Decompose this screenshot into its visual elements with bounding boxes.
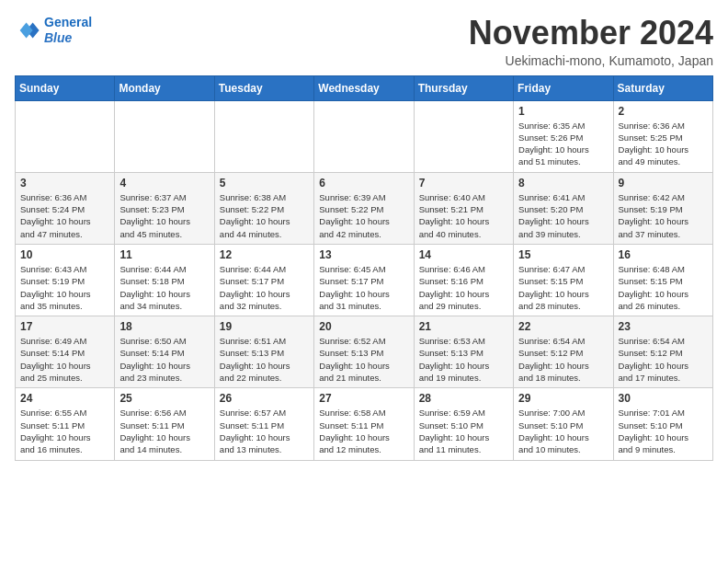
calendar-cell: 17Sunrise: 6:49 AM Sunset: 5:14 PM Dayli… — [16, 316, 115, 388]
calendar-cell: 22Sunrise: 6:54 AM Sunset: 5:12 PM Dayli… — [514, 316, 613, 388]
calendar-table: SundayMondayTuesdayWednesdayThursdayFrid… — [15, 75, 713, 461]
day-of-week-header: Sunday — [16, 75, 115, 100]
day-number: 23 — [619, 320, 709, 333]
day-info: Sunrise: 6:59 AM Sunset: 5:10 PM Dayligh… — [419, 407, 509, 455]
day-info: Sunrise: 6:51 AM Sunset: 5:13 PM Dayligh… — [220, 335, 310, 384]
day-of-week-header: Saturday — [613, 75, 712, 100]
day-number: 15 — [518, 248, 609, 261]
day-number: 30 — [619, 392, 709, 405]
calendar-cell: 18Sunrise: 6:50 AM Sunset: 5:14 PM Dayli… — [115, 316, 214, 388]
calendar-week-row: 3Sunrise: 6:36 AM Sunset: 5:24 PM Daylig… — [16, 172, 713, 244]
day-number: 9 — [619, 177, 709, 190]
calendar-cell — [214, 100, 313, 172]
day-number: 19 — [220, 320, 310, 333]
calendar-cell: 9Sunrise: 6:42 AM Sunset: 5:19 PM Daylig… — [613, 172, 712, 244]
day-info: Sunrise: 6:50 AM Sunset: 5:14 PM Dayligh… — [119, 335, 210, 384]
calendar-cell: 20Sunrise: 6:52 AM Sunset: 5:13 PM Dayli… — [314, 316, 414, 388]
day-number: 18 — [119, 320, 210, 333]
day-info: Sunrise: 6:35 AM Sunset: 5:26 PM Dayligh… — [518, 120, 609, 168]
calendar-cell: 23Sunrise: 6:54 AM Sunset: 5:12 PM Dayli… — [613, 316, 712, 388]
calendar-cell: 2Sunrise: 6:36 AM Sunset: 5:25 PM Daylig… — [613, 100, 712, 172]
day-number: 25 — [119, 392, 210, 405]
day-number: 14 — [419, 248, 509, 261]
day-number: 11 — [119, 248, 210, 261]
calendar-cell — [314, 100, 414, 172]
day-of-week-header: Friday — [514, 75, 613, 100]
calendar-week-row: 24Sunrise: 6:55 AM Sunset: 5:11 PM Dayli… — [16, 388, 713, 460]
day-number: 28 — [419, 392, 509, 405]
day-number: 8 — [518, 177, 609, 190]
day-of-week-header: Monday — [115, 75, 214, 100]
calendar-cell: 4Sunrise: 6:37 AM Sunset: 5:23 PM Daylig… — [115, 172, 214, 244]
day-number: 20 — [319, 320, 409, 333]
day-info: Sunrise: 6:47 AM Sunset: 5:15 PM Dayligh… — [518, 263, 609, 312]
logo-line2: Blue — [44, 30, 72, 45]
day-number: 21 — [419, 320, 509, 333]
logo: General Blue — [15, 15, 92, 46]
calendar-cell: 21Sunrise: 6:53 AM Sunset: 5:13 PM Dayli… — [414, 316, 513, 388]
calendar-cell — [16, 100, 115, 172]
calendar-week-row: 1Sunrise: 6:35 AM Sunset: 5:26 PM Daylig… — [16, 100, 713, 172]
day-info: Sunrise: 6:57 AM Sunset: 5:11 PM Dayligh… — [220, 407, 310, 455]
calendar-cell: 27Sunrise: 6:58 AM Sunset: 5:11 PM Dayli… — [314, 388, 414, 460]
calendar-cell: 30Sunrise: 7:01 AM Sunset: 5:10 PM Dayli… — [613, 388, 712, 460]
day-of-week-header: Thursday — [414, 75, 513, 100]
day-number: 24 — [20, 392, 110, 405]
day-info: Sunrise: 6:44 AM Sunset: 5:18 PM Dayligh… — [119, 263, 210, 312]
calendar-cell: 11Sunrise: 6:44 AM Sunset: 5:18 PM Dayli… — [115, 244, 214, 316]
calendar-cell: 15Sunrise: 6:47 AM Sunset: 5:15 PM Dayli… — [514, 244, 613, 316]
day-info: Sunrise: 6:36 AM Sunset: 5:24 PM Dayligh… — [20, 191, 110, 240]
day-number: 22 — [518, 320, 609, 333]
logo-text: General Blue — [44, 15, 92, 46]
day-info: Sunrise: 6:46 AM Sunset: 5:16 PM Dayligh… — [419, 263, 509, 312]
calendar-cell: 25Sunrise: 6:56 AM Sunset: 5:11 PM Dayli… — [115, 388, 214, 460]
title-block: November 2024 Uekimachi-mono, Kumamoto, … — [469, 15, 713, 68]
month-title: November 2024 — [469, 15, 713, 52]
calendar-cell: 8Sunrise: 6:41 AM Sunset: 5:20 PM Daylig… — [514, 172, 613, 244]
day-number: 2 — [619, 105, 709, 118]
location-subtitle: Uekimachi-mono, Kumamoto, Japan — [469, 53, 713, 68]
calendar-cell: 5Sunrise: 6:38 AM Sunset: 5:22 PM Daylig… — [214, 172, 313, 244]
day-info: Sunrise: 6:41 AM Sunset: 5:20 PM Dayligh… — [518, 191, 609, 240]
calendar-cell: 13Sunrise: 6:45 AM Sunset: 5:17 PM Dayli… — [314, 244, 414, 316]
calendar-cell: 7Sunrise: 6:40 AM Sunset: 5:21 PM Daylig… — [414, 172, 513, 244]
day-info: Sunrise: 6:53 AM Sunset: 5:13 PM Dayligh… — [419, 335, 509, 384]
day-info: Sunrise: 6:39 AM Sunset: 5:22 PM Dayligh… — [319, 191, 409, 240]
day-info: Sunrise: 6:37 AM Sunset: 5:23 PM Dayligh… — [119, 191, 210, 240]
day-number: 26 — [220, 392, 310, 405]
calendar-week-row: 10Sunrise: 6:43 AM Sunset: 5:19 PM Dayli… — [16, 244, 713, 316]
day-number: 27 — [319, 392, 409, 405]
day-info: Sunrise: 6:36 AM Sunset: 5:25 PM Dayligh… — [619, 120, 709, 168]
day-info: Sunrise: 6:44 AM Sunset: 5:17 PM Dayligh… — [220, 263, 310, 312]
calendar-cell: 10Sunrise: 6:43 AM Sunset: 5:19 PM Dayli… — [16, 244, 115, 316]
day-info: Sunrise: 6:54 AM Sunset: 5:12 PM Dayligh… — [518, 335, 609, 384]
day-info: Sunrise: 6:45 AM Sunset: 5:17 PM Dayligh… — [319, 263, 409, 312]
day-info: Sunrise: 6:43 AM Sunset: 5:19 PM Dayligh… — [20, 263, 110, 312]
day-info: Sunrise: 6:49 AM Sunset: 5:14 PM Dayligh… — [20, 335, 110, 384]
day-number: 3 — [20, 177, 110, 190]
logo-line1: General — [44, 15, 92, 29]
calendar-cell: 16Sunrise: 6:48 AM Sunset: 5:15 PM Dayli… — [613, 244, 712, 316]
calendar-cell: 29Sunrise: 7:00 AM Sunset: 5:10 PM Dayli… — [514, 388, 613, 460]
day-number: 7 — [419, 177, 509, 190]
calendar-cell: 6Sunrise: 6:39 AM Sunset: 5:22 PM Daylig… — [314, 172, 414, 244]
day-info: Sunrise: 6:40 AM Sunset: 5:21 PM Dayligh… — [419, 191, 509, 240]
day-info: Sunrise: 7:01 AM Sunset: 5:10 PM Dayligh… — [619, 407, 709, 455]
day-info: Sunrise: 6:52 AM Sunset: 5:13 PM Dayligh… — [319, 335, 409, 384]
calendar-cell: 28Sunrise: 6:59 AM Sunset: 5:10 PM Dayli… — [414, 388, 513, 460]
day-info: Sunrise: 7:00 AM Sunset: 5:10 PM Dayligh… — [518, 407, 609, 455]
day-info: Sunrise: 6:55 AM Sunset: 5:11 PM Dayligh… — [20, 407, 110, 455]
logo-icon — [15, 17, 40, 43]
day-info: Sunrise: 6:38 AM Sunset: 5:22 PM Dayligh… — [220, 191, 310, 240]
day-number: 12 — [220, 248, 310, 261]
calendar-cell: 1Sunrise: 6:35 AM Sunset: 5:26 PM Daylig… — [514, 100, 613, 172]
day-of-week-header: Wednesday — [314, 75, 414, 100]
day-info: Sunrise: 6:48 AM Sunset: 5:15 PM Dayligh… — [619, 263, 709, 312]
calendar-cell: 24Sunrise: 6:55 AM Sunset: 5:11 PM Dayli… — [16, 388, 115, 460]
calendar-cell: 26Sunrise: 6:57 AM Sunset: 5:11 PM Dayli… — [214, 388, 313, 460]
day-info: Sunrise: 6:54 AM Sunset: 5:12 PM Dayligh… — [619, 335, 709, 384]
day-number: 1 — [518, 105, 609, 118]
calendar-cell: 12Sunrise: 6:44 AM Sunset: 5:17 PM Dayli… — [214, 244, 313, 316]
day-number: 5 — [220, 177, 310, 190]
calendar-cell — [414, 100, 513, 172]
